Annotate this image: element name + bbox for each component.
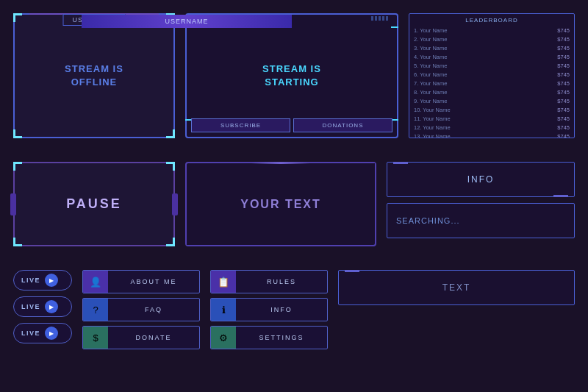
leaderboard-row: 6. Your Name$745 [414, 71, 570, 79]
menu-btn-label: ABOUT ME [108, 278, 199, 285]
menu-icon: 👤 [83, 271, 108, 293]
leaderboard-row: 1. Your Name$745 [414, 26, 570, 35]
right-small-column: TEXT [338, 270, 575, 305]
live-label-2: LIVE [21, 303, 40, 310]
corner-bl [13, 129, 22, 138]
row2: PAUSE YOUR TEXT INFO SEARCHING... [13, 162, 575, 246]
stream-starting-panel: USERNAME STREAM IS STARTING SUBSCRIBE DO… [185, 13, 398, 138]
your-text-panel: YOUR TEXT [185, 162, 376, 246]
leaderboard-rows: 1. Your Name$7452. Your Name$7453. Your … [414, 26, 570, 138]
leaderboard-row: 10. Your Name$745 [414, 106, 570, 115]
live-buttons-group: LIVE ▶ LIVE ▶ LIVE ▶ [13, 270, 72, 343]
corner-br [166, 129, 175, 138]
leaderboard-row: 9. Your Name$745 [414, 97, 570, 106]
menu-right-group: 📋 RULES ℹ INFO ⚙ SETTINGS [210, 270, 328, 349]
subscribe-donate-bar: SUBSCRIBE DONATIONS [187, 114, 397, 137]
starting-text: STREAM IS STARTING [262, 63, 321, 89]
menu-left-group: 👤 ABOUT ME ? FAQ $ DONATE [82, 270, 200, 349]
notch-br [553, 195, 568, 197]
live-button-1[interactable]: LIVE ▶ [13, 270, 72, 291]
stream-offline-panel: USERNAME STREAM IS OFFLINE [13, 13, 175, 138]
menu-btn-label: INFO [236, 306, 327, 313]
searching-label: SEARCHING... [396, 216, 460, 225]
leaderboard-row: 12. Your Name$745 [414, 124, 570, 132]
diag-cut-bl [187, 236, 196, 245]
menu-btn-donate[interactable]: $ DONATE [82, 326, 200, 349]
leaderboard-row: 8. Your Name$745 [414, 88, 570, 97]
leaderboard-title: LEADERBOARD [414, 17, 570, 24]
pause-text: PAUSE [66, 196, 122, 212]
menu-icon: ? [83, 299, 108, 321]
menu-btn-label: FAQ [108, 306, 199, 313]
menu-btn-label: RULES [236, 278, 327, 285]
menu-btn-info[interactable]: ℹ INFO [210, 298, 328, 321]
pause-corner-br [166, 238, 175, 246]
row1: USERNAME STREAM IS OFFLINE USERNAME STRE… [13, 13, 575, 138]
leaderboard-row: 13. Your Name$745 [414, 132, 570, 138]
main-container: USERNAME STREAM IS OFFLINE USERNAME STRE… [0, 0, 588, 392]
side-accent-left [10, 193, 16, 215]
offline-text: STREAM IS OFFLINE [65, 63, 123, 89]
diag-cut-tr [366, 163, 375, 172]
top-accent [251, 162, 310, 164]
menu-icon: 📋 [211, 271, 236, 293]
text-panel: TEXT [338, 270, 575, 305]
menu-btn-settings[interactable]: ⚙ SETTINGS [210, 326, 328, 349]
leaderboard-row: 2. Your Name$745 [414, 35, 570, 44]
searching-box: SEARCHING... [387, 203, 575, 238]
menu-btn-rules[interactable]: 📋 RULES [210, 270, 328, 293]
info-box: INFO [387, 162, 575, 197]
live-button-3[interactable]: LIVE ▶ [13, 323, 72, 343]
leaderboard-row: 11. Your Name$745 [414, 115, 570, 124]
leaderboard-row: 4. Your Name$745 [414, 53, 570, 62]
leaderboard-row: 5. Your Name$745 [414, 62, 570, 71]
menu-btn-label: SETTINGS [236, 334, 327, 341]
play-icon-3: ▶ [45, 327, 58, 340]
menu-icon: ⚙ [211, 327, 236, 349]
info-label: INFO [467, 174, 495, 185]
donations-button[interactable]: DONATIONS [293, 118, 392, 132]
play-icon-1: ▶ [45, 274, 58, 287]
live-button-2[interactable]: LIVE ▶ [13, 296, 72, 317]
live-label-1: LIVE [21, 277, 40, 284]
subscribe-button[interactable]: SUBSCRIBE [191, 118, 290, 132]
tick-marks [371, 16, 388, 21]
pause-corner-tr [166, 162, 175, 171]
menu-icon: $ [83, 327, 108, 349]
starting-accent-tr [391, 26, 398, 28]
menu-icon: ℹ [211, 299, 236, 321]
play-icon-2: ▶ [45, 300, 58, 313]
notch-tl [393, 162, 408, 164]
leaderboard-row: 7. Your Name$745 [414, 79, 570, 88]
leaderboard-row: 3. Your Name$745 [414, 44, 570, 53]
corner-tl [13, 13, 22, 22]
text-notch-tl [345, 270, 359, 272]
menu-btn-faq[interactable]: ? FAQ [82, 298, 200, 321]
side-accent-right [172, 193, 178, 215]
row3: LIVE ▶ LIVE ▶ LIVE ▶ 👤 ABOUT ME ? FAQ $ … [13, 270, 575, 366]
info-right-column: INFO SEARCHING... [387, 162, 575, 246]
pause-corner-tl [13, 162, 22, 171]
menu-btn-about-me[interactable]: 👤 ABOUT ME [82, 270, 200, 293]
text-panel-label: TEXT [442, 282, 471, 293]
pause-panel: PAUSE [13, 162, 175, 246]
leaderboard-panel: LEADERBOARD 1. Your Name$7452. Your Name… [409, 13, 575, 138]
menu-btn-label: DONATE [108, 334, 199, 341]
live-label-3: LIVE [21, 329, 40, 337]
pause-corner-bl [13, 238, 22, 246]
your-text-label: YOUR TEXT [240, 198, 321, 211]
username-bar-starting: USERNAME [82, 15, 292, 28]
